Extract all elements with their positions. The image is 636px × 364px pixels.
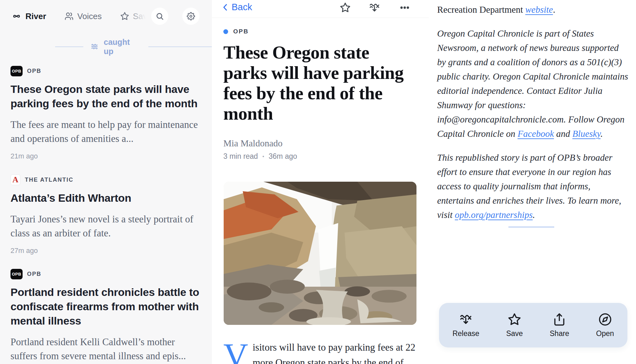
partnerships-link[interactable]: opb.org/partnerships	[455, 210, 533, 220]
atlantic-badge: A	[10, 174, 20, 185]
caught-up-divider: caught up	[0, 41, 212, 52]
republished-note-paragraph: This republished story is part of OPB’s …	[437, 150, 629, 222]
back-label: Back	[232, 2, 252, 12]
section-divider	[508, 227, 554, 228]
release-button-top[interactable]	[368, 1, 381, 14]
tab-river-label: River	[25, 11, 46, 21]
feed-item-summary: The fees are meant to help pay for maint…	[10, 118, 201, 146]
feed-item-summary: Portland resident Kelli Caldwell’s mothe…	[10, 335, 201, 363]
waves-icon	[90, 43, 99, 51]
text-run: .	[533, 210, 535, 220]
tab-voices[interactable]: Voices	[65, 11, 102, 21]
nav-fade-overlay	[127, 3, 152, 29]
feed-item-atlantic[interactable]: A THE ATLANTIC Atlanta’s Edith Wharton T…	[10, 174, 201, 255]
article-body: V isitors will have to pay parking fees …	[223, 340, 417, 364]
text-run: .	[601, 129, 603, 139]
text-run: and	[554, 129, 572, 139]
save-label: Save	[506, 329, 523, 338]
article-hero-image[interactable]	[224, 182, 416, 325]
article-title: These Oregon state parks will have parki…	[223, 42, 414, 124]
article-author: Mia Maldonado	[223, 138, 283, 149]
magnifier-icon	[156, 12, 164, 20]
feed-item-title: Portland resident chronicles battle to c…	[10, 285, 201, 328]
article-topbar: Back	[212, 0, 429, 18]
source-dot-icon	[223, 29, 228, 34]
save-star-button[interactable]	[339, 1, 352, 14]
caught-up-label: caught up	[104, 38, 141, 56]
source-row: A THE ATLANTIC	[10, 174, 201, 185]
facebook-link[interactable]: Facebook	[518, 129, 554, 139]
star-icon	[340, 2, 351, 13]
text-run: .	[553, 4, 555, 15]
back-button[interactable]: Back	[221, 2, 252, 12]
compass-icon	[598, 313, 612, 326]
settings-button[interactable]	[182, 8, 199, 25]
article-meta: 3 min read • 36m ago	[223, 152, 297, 161]
read-time: 3 min read	[223, 152, 258, 161]
feed-item-portland[interactable]: OPB OPB Portland resident chronicles bat…	[10, 269, 201, 364]
more-button[interactable]	[398, 1, 411, 14]
article-column-2: Recreation Department website. Oregon Ca…	[437, 3, 629, 222]
tab-river[interactable]: River	[11, 11, 46, 21]
release-button[interactable]: Release	[452, 313, 479, 338]
meta-separator: •	[262, 154, 264, 159]
open-button[interactable]: Open	[596, 313, 614, 338]
chevron-left-icon	[221, 3, 230, 12]
source-label: OPB	[27, 68, 41, 74]
editorial-note-paragraph: Oregon Capital Chronicle is part of Stat…	[437, 26, 629, 141]
website-link[interactable]: website	[525, 4, 553, 15]
source-row: OPB OPB	[10, 66, 201, 76]
opb-badge: OPB	[10, 66, 23, 76]
bluesky-link[interactable]: Bluesky	[572, 129, 601, 139]
two-people-icon	[65, 12, 73, 21]
text-run: Oregon Capital Chronicle is part of Stat…	[437, 28, 628, 139]
text-run: Recreation Department	[437, 4, 525, 15]
opb-badge: OPB	[10, 269, 23, 279]
share-button[interactable]: Share	[550, 313, 569, 338]
feed-item-time: 21m ago	[10, 152, 201, 160]
feed-item-title: These Oregon state parks will have parki…	[10, 82, 201, 111]
search-button[interactable]	[151, 8, 168, 25]
ellipsis-icon	[399, 2, 410, 13]
gear-icon	[187, 12, 195, 20]
star-icon	[508, 313, 521, 326]
article-time: 36m ago	[269, 152, 297, 161]
article-source-row: OPB	[223, 28, 249, 35]
feed-item-oregon-parks[interactable]: OPB OPB These Oregon state parks will ha…	[10, 66, 201, 160]
article-source: OPB	[233, 28, 249, 35]
feed-item-title: Atlanta’s Edith Wharton	[10, 191, 201, 205]
share-label: Share	[550, 329, 569, 338]
feed-item-summary: Tayari Jones’s new novel is a steely por…	[10, 212, 201, 240]
divider-line	[55, 46, 83, 47]
source-label: OPB	[27, 271, 41, 277]
waves-down-arrow-icon	[369, 2, 380, 13]
drop-cap: V	[223, 340, 253, 364]
infinity-icon	[11, 12, 22, 20]
divider-line	[148, 46, 212, 47]
tab-voices-label: Voices	[77, 11, 102, 21]
source-row: OPB OPB	[10, 269, 201, 279]
sea-arch-photo	[224, 182, 416, 325]
waves-down-arrow-icon	[459, 313, 472, 326]
action-toolbar: Release Save Share Open	[439, 303, 627, 347]
box-up-arrow-icon	[553, 313, 566, 326]
feed-pane: River Voices Saved	[0, 0, 212, 364]
paragraph-continuation: Recreation Department website.	[437, 3, 629, 17]
save-button[interactable]: Save	[506, 313, 523, 338]
source-label: THE ATLANTIC	[25, 177, 73, 183]
release-label: Release	[452, 329, 479, 338]
open-label: Open	[596, 329, 614, 338]
article-pane: Back OPB These Oregon state parks will	[212, 0, 636, 364]
feed-item-time: 27m ago	[10, 247, 201, 255]
